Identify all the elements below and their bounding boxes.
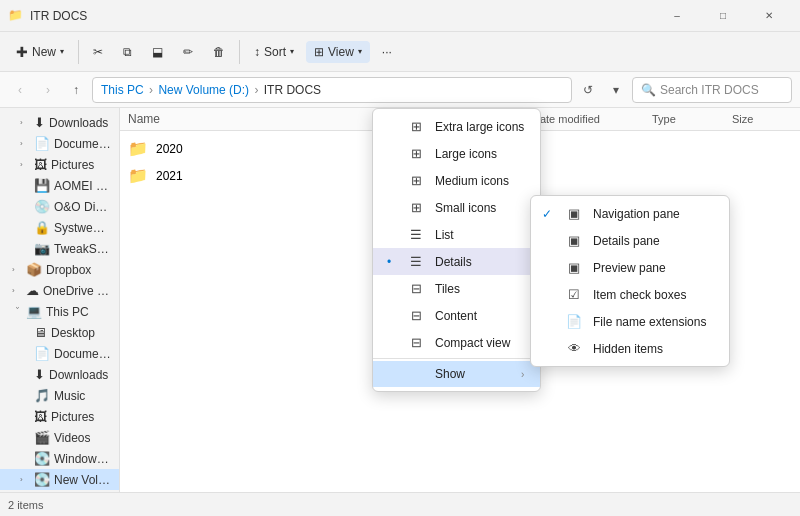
sidebar-item-tweakshot[interactable]: 📷 TweakShot Scre... bbox=[0, 238, 119, 259]
menu-item-medium-icons[interactable]: ⊞ Medium icons bbox=[373, 167, 540, 194]
sidebar-item-systvpn[interactable]: 🔒 Systweak VPN bbox=[0, 217, 119, 238]
menu-item-content[interactable]: ⊟ Content bbox=[373, 302, 540, 329]
sidebar-item-onedrive[interactable]: › ☁ OneDrive - Person bbox=[0, 280, 119, 301]
list-label: List bbox=[435, 228, 524, 242]
menu-item-tiles[interactable]: ⊟ Tiles bbox=[373, 275, 540, 302]
file-ext-icon: 📄 bbox=[565, 314, 583, 329]
documents2-icon: 📄 bbox=[34, 346, 50, 361]
tiles-icon: ⊟ bbox=[407, 281, 425, 296]
menu-item-small-icons[interactable]: ⊞ Small icons bbox=[373, 194, 540, 221]
file-extensions-label: File name extensions bbox=[593, 315, 713, 329]
pictures-icon: 🖼 bbox=[34, 157, 47, 172]
menu-item-compact[interactable]: ⊟ Compact view bbox=[373, 329, 540, 356]
show-label: Show bbox=[435, 367, 511, 381]
more-icon: ··· bbox=[382, 45, 392, 59]
rename-icon: ✏ bbox=[183, 45, 193, 59]
nav-pane-label: Navigation pane bbox=[593, 207, 713, 221]
videos-icon: 🎬 bbox=[34, 430, 50, 445]
expand-arrow: › bbox=[20, 160, 30, 169]
copy-button[interactable]: ⧉ bbox=[115, 41, 140, 63]
menu-item-preview-pane[interactable]: ▣ Preview pane bbox=[531, 254, 729, 281]
menu-item-details-pane[interactable]: ▣ Details pane bbox=[531, 227, 729, 254]
forward-button[interactable]: › bbox=[36, 78, 60, 102]
extra-large-label: Extra large icons bbox=[435, 120, 524, 134]
menu-divider bbox=[373, 358, 540, 359]
menu-item-hidden-items[interactable]: 👁 Hidden items bbox=[531, 335, 729, 362]
window-controls: – □ ✕ bbox=[654, 0, 792, 32]
tweakshot-icon: 📷 bbox=[34, 241, 50, 256]
show-submenu: ✓ ▣ Navigation pane ▣ Details pane ▣ Pre… bbox=[530, 195, 730, 367]
address-path[interactable]: This PC › New Volume (D:) › ITR DOCS bbox=[92, 77, 572, 103]
sidebar-item-videos[interactable]: 🎬 Videos bbox=[0, 427, 119, 448]
view-dropdown-menu: ⊞ Extra large icons ⊞ Large icons ⊞ Medi… bbox=[372, 108, 541, 392]
sidebar-item-desktop[interactable]: 🖥 Desktop bbox=[0, 322, 119, 343]
sidebar-item-dropbox[interactable]: › 📦 Dropbox bbox=[0, 259, 119, 280]
close-button[interactable]: ✕ bbox=[746, 0, 792, 32]
sidebar-item-pictures[interactable]: › 🖼 Pictures bbox=[0, 154, 119, 175]
onedrive-icon: ☁ bbox=[26, 283, 39, 298]
cut-button[interactable]: ✂ bbox=[85, 41, 111, 63]
menu-item-extra-large[interactable]: ⊞ Extra large icons bbox=[373, 113, 540, 140]
view-button[interactable]: ⊞ View ▾ bbox=[306, 41, 370, 63]
menu-item-file-extensions[interactable]: 📄 File name extensions bbox=[531, 308, 729, 335]
refresh-button[interactable]: ↺ bbox=[576, 78, 600, 102]
expand-arrow-thispc: › bbox=[13, 307, 22, 317]
submenu-arrow-icon: › bbox=[521, 369, 524, 380]
sort-button[interactable]: ↕ Sort ▾ bbox=[246, 41, 302, 63]
sidebar-item-aomei[interactable]: 💾 AOMEI Backupp... bbox=[0, 175, 119, 196]
sidebar-item-documents2[interactable]: 📄 Documents bbox=[0, 343, 119, 364]
expand-arrow: › bbox=[20, 475, 30, 484]
menu-item-item-checkboxes[interactable]: ☑ Item check boxes bbox=[531, 281, 729, 308]
rename-button[interactable]: ✏ bbox=[175, 41, 201, 63]
maximize-button[interactable]: □ bbox=[700, 0, 746, 32]
more-button[interactable]: ··· bbox=[374, 41, 400, 63]
small-icons-icon: ⊞ bbox=[407, 200, 425, 215]
expand-arrow: › bbox=[20, 118, 30, 127]
sidebar-documents-label: Documents bbox=[54, 137, 111, 151]
menu-item-list[interactable]: ☰ List bbox=[373, 221, 540, 248]
menu-item-details[interactable]: • ☰ Details bbox=[373, 248, 540, 275]
sidebar-item-newvol[interactable]: › 💽 New Volume (D:) bbox=[0, 469, 119, 490]
music-icon: 🎵 bbox=[34, 388, 50, 403]
menu-item-large-icons[interactable]: ⊞ Large icons bbox=[373, 140, 540, 167]
sidebar-item-downloads2[interactable]: ⬇ Downloads bbox=[0, 364, 119, 385]
new-button[interactable]: ✚ New ▾ bbox=[8, 40, 72, 64]
view-icon: ⊞ bbox=[314, 45, 324, 59]
paste-button[interactable]: ⬓ bbox=[144, 41, 171, 63]
preview-pane-label: Preview pane bbox=[593, 261, 713, 275]
sidebar-desktop-label: Desktop bbox=[51, 326, 95, 340]
sidebar-item-oo[interactable]: 💿 O&O DiskImage bbox=[0, 196, 119, 217]
sidebar-item-windows[interactable]: 💽 Windows (C:) bbox=[0, 448, 119, 469]
copy-icon: ⧉ bbox=[123, 45, 132, 59]
menu-item-nav-pane[interactable]: ✓ ▣ Navigation pane bbox=[531, 200, 729, 227]
breadcrumb-newvol[interactable]: New Volume (D:) bbox=[158, 83, 249, 97]
check-mark-details: • bbox=[381, 255, 397, 269]
sidebar-downloads2-label: Downloads bbox=[49, 368, 108, 382]
hidden-icon: 👁 bbox=[565, 341, 583, 356]
details-icon: ☰ bbox=[407, 254, 425, 269]
medium-icons-label: Medium icons bbox=[435, 174, 524, 188]
sidebar-windows-label: Windows (C:) bbox=[54, 452, 111, 466]
downloads-icon: ⬇ bbox=[34, 115, 45, 130]
search-box[interactable]: 🔍 Search ITR DOCS bbox=[632, 77, 792, 103]
sidebar-item-music[interactable]: 🎵 Music bbox=[0, 385, 119, 406]
windows-icon: 💽 bbox=[34, 451, 50, 466]
menu-item-show[interactable]: Show › bbox=[373, 361, 540, 387]
dropdown-button[interactable]: ▾ bbox=[604, 78, 628, 102]
sidebar-item-pictures2[interactable]: 🖼 Pictures bbox=[0, 406, 119, 427]
breadcrumb-thispc[interactable]: This PC bbox=[101, 83, 144, 97]
up-button[interactable]: ↑ bbox=[64, 78, 88, 102]
large-icons-label: Large icons bbox=[435, 147, 524, 161]
delete-button[interactable]: 🗑 bbox=[205, 41, 233, 63]
nav-pane-icon: ▣ bbox=[565, 206, 583, 221]
back-button[interactable]: ‹ bbox=[8, 78, 32, 102]
sidebar-item-documents[interactable]: › 📄 Documents bbox=[0, 133, 119, 154]
sort-label: Sort bbox=[264, 45, 286, 59]
sidebar-item-thispc[interactable]: › 💻 This PC bbox=[0, 301, 119, 322]
check-nav-pane: ✓ bbox=[539, 207, 555, 221]
sidebar-item-downloads[interactable]: › ⬇ Downloads bbox=[0, 112, 119, 133]
minimize-button[interactable]: – bbox=[654, 0, 700, 32]
paste-icon: ⬓ bbox=[152, 45, 163, 59]
new-dropdown-arrow: ▾ bbox=[60, 47, 64, 56]
toolbar-separator-1 bbox=[78, 40, 79, 64]
